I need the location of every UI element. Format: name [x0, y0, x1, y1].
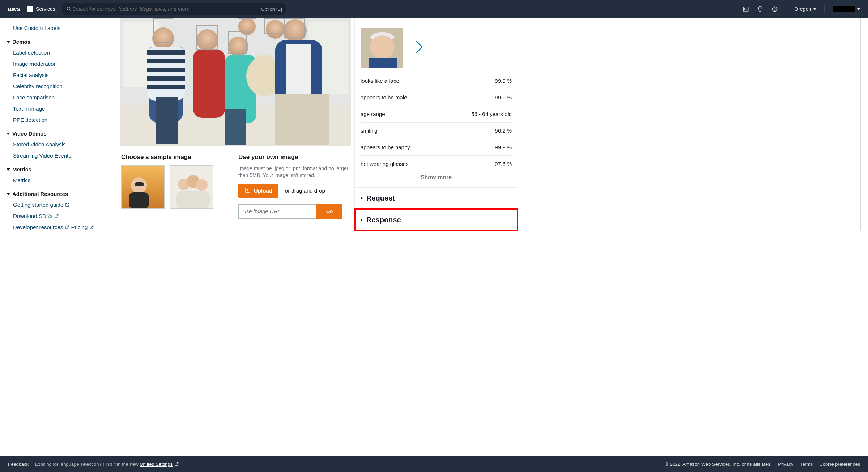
face-bounding-box[interactable] — [264, 18, 285, 34]
sidebar-item-use-custom-labels[interactable]: Use Custom Labels — [7, 22, 116, 34]
image-url-input[interactable] — [238, 204, 316, 219]
svg-rect-35 — [129, 192, 149, 209]
face-bounding-box[interactable] — [153, 18, 173, 43]
svg-rect-14 — [147, 47, 185, 101]
sidebar-group-video-demos[interactable]: Video Demos — [7, 125, 116, 139]
sidebar-item-label-detection[interactable]: Label detection — [13, 47, 116, 58]
svg-point-0 — [67, 7, 70, 10]
search-icon — [66, 6, 72, 12]
attribute-row: appears to be happy99.9 % — [361, 139, 512, 156]
face-bounding-box[interactable] — [196, 25, 218, 50]
caret-right-icon — [361, 197, 363, 200]
svg-rect-32 — [225, 109, 246, 145]
caret-down-icon — [7, 133, 10, 135]
svg-rect-45 — [369, 58, 397, 68]
request-collapser[interactable]: Request — [355, 187, 518, 209]
cloudshell-icon[interactable] — [743, 6, 749, 12]
sidebar-group-additional-resources[interactable]: Additional Resources — [7, 186, 116, 199]
caret-down-icon — [7, 168, 10, 171]
attribute-label: appears to be male — [361, 94, 407, 100]
sidebar-item-facial-analysis[interactable]: Facial analysis — [13, 69, 116, 81]
caret-down-icon — [857, 8, 860, 10]
svg-point-40 — [196, 179, 208, 191]
face-bounding-box[interactable] — [228, 31, 247, 54]
own-image-help: Image must be .jpeg or .png format and n… — [238, 165, 349, 179]
sidebar-item-developer-resources[interactable]: Developer resources — [13, 222, 69, 233]
svg-line-1 — [70, 10, 71, 11]
sidebar-item-streaming-video-events[interactable]: Streaming Video Events — [13, 150, 116, 161]
drag-label: or drag and drop — [285, 188, 325, 194]
upload-button[interactable]: Upload — [238, 184, 278, 198]
sidebar-item-getting-started-guide[interactable]: Getting started guide — [13, 199, 70, 210]
attribute-label: age range — [361, 111, 385, 117]
search-input[interactable] — [72, 6, 260, 12]
help-icon[interactable] — [771, 6, 778, 12]
attribute-label: appears to be happy — [361, 144, 410, 150]
notifications-icon[interactable] — [757, 6, 763, 12]
sidebar-item-text-in-image[interactable]: Text in image — [13, 103, 116, 114]
attribute-value: 97.6 % — [495, 161, 512, 167]
face-bounding-box[interactable] — [284, 18, 305, 38]
face-bounding-box[interactable] — [238, 18, 256, 29]
attribute-value: 99.9 % — [495, 144, 512, 150]
svg-rect-2 — [744, 7, 749, 11]
svg-rect-31 — [156, 97, 178, 144]
svg-rect-16 — [147, 59, 185, 63]
sidebar-item-pricing[interactable]: Pricing — [71, 222, 94, 233]
external-link-icon — [89, 225, 94, 230]
attribute-label: looks like a face — [361, 78, 399, 84]
attribute-row: looks like a face99.9 % — [361, 73, 512, 89]
sidebar-group-demos[interactable]: Demos — [7, 34, 116, 47]
sidebar-item-metrics[interactable]: Metrics — [13, 175, 116, 186]
account-menu[interactable] — [833, 6, 860, 12]
attribute-value: 99.9 % — [495, 94, 512, 100]
sidebar-group-metrics[interactable]: Metrics — [7, 161, 116, 175]
sidebar-item-image-moderation[interactable]: Image moderation — [13, 58, 116, 69]
attribute-row: smiling96.2 % — [361, 123, 512, 139]
external-link-icon — [64, 225, 69, 230]
attribute-label: not wearing glasses — [361, 161, 409, 167]
attribute-value: 96.2 % — [495, 128, 512, 134]
attribute-value: 56 - 64 years old — [471, 111, 512, 117]
sidebar-item-ppe-detection[interactable]: PPE detection — [13, 114, 116, 125]
svg-point-27 — [252, 55, 277, 76]
attribute-row: appears to be male99.9 % — [361, 89, 512, 106]
svg-rect-36 — [135, 182, 144, 186]
result-face-thumbnail[interactable] — [361, 28, 403, 68]
region-selector[interactable]: Oregon — [794, 6, 816, 12]
next-face-button[interactable] — [414, 40, 424, 56]
caret-down-icon — [7, 41, 10, 43]
own-image-section: Use your own image Image must be .jpeg o… — [238, 154, 349, 219]
request-label: Request — [366, 194, 395, 202]
region-label: Oregon — [794, 6, 811, 12]
attribute-row: not wearing glasses97.6 % — [361, 156, 512, 172]
aws-logo[interactable]: aws — [8, 5, 21, 13]
global-search[interactable]: [Option+S] — [62, 3, 286, 15]
attribute-row: age range56 - 64 years old — [361, 106, 512, 123]
response-label: Response — [366, 216, 401, 224]
nav-utility-icons: Oregon — [743, 5, 860, 13]
go-button[interactable]: Go — [316, 204, 342, 219]
sidebar-item-stored-video-analysis[interactable]: Stored Video Analysis — [13, 139, 116, 150]
attribute-label: smiling — [361, 128, 378, 134]
svg-rect-21 — [193, 49, 225, 118]
attribute-value: 99.9 % — [495, 78, 512, 84]
face-attributes-list: looks like a face99.9 %appears to be mal… — [361, 73, 512, 172]
svg-rect-30 — [286, 44, 311, 102]
svg-rect-41 — [176, 191, 210, 208]
services-label: Services — [36, 6, 55, 12]
show-more-button[interactable]: Show more — [361, 172, 512, 187]
own-image-heading: Use your own image — [238, 154, 349, 161]
sidebar: Use Custom Labels Demos Label detection … — [0, 18, 116, 456]
response-collapser[interactable]: Response — [355, 209, 518, 231]
services-menu-button[interactable]: Services — [27, 6, 55, 12]
svg-rect-19 — [147, 85, 185, 89]
svg-point-5 — [775, 10, 775, 10]
sidebar-item-celebrity-recognition[interactable]: Celebrity recognition — [13, 81, 116, 92]
sidebar-item-download-sdks[interactable]: Download SDKs — [13, 210, 59, 222]
sample-image-2[interactable] — [170, 165, 213, 209]
services-grid-icon — [27, 6, 33, 12]
main-left-column: Choose a sample image Use your own image… — [116, 18, 355, 231]
sample-image-1[interactable] — [121, 165, 165, 209]
sidebar-item-face-comparison[interactable]: Face comparison — [13, 92, 116, 103]
